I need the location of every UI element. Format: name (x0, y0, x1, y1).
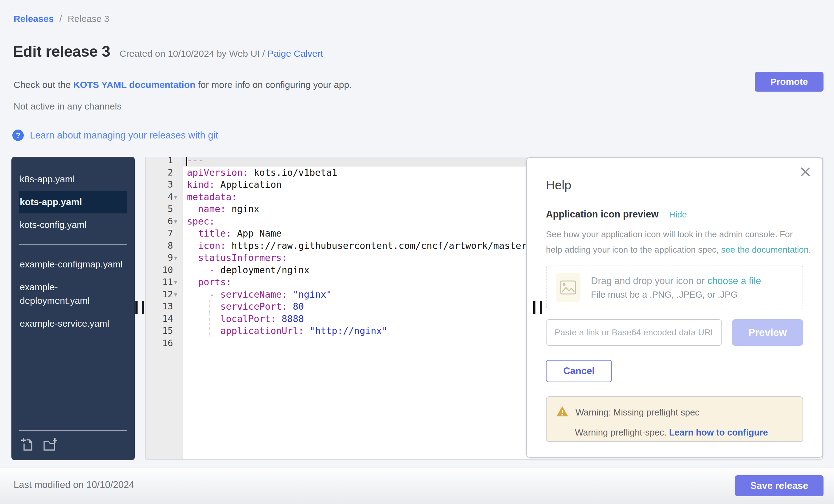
docs-hint: Check out the KOTS YAML documentation fo… (14, 80, 352, 90)
help-resize-handle-right-bar[interactable] (540, 301, 542, 314)
fold-arrow-icon[interactable]: ▾ (174, 215, 177, 228)
image-placeholder-icon (556, 273, 580, 302)
created-text: Created on 10/10/2024 by Web UI / (119, 48, 267, 59)
icon-preview-description: See how your application icon will look … (546, 227, 811, 258)
footer-bar: Last modified on 10/10/2024 Save release (0, 467, 834, 504)
file-tree-sidebar: k8s-app.yamlkots-app.yamlkots-config.yam… (12, 157, 135, 460)
line-number: 1 (146, 157, 183, 167)
fold-arrow-icon[interactable]: ▾ (174, 288, 177, 301)
breadcrumb-current: Release 3 (68, 14, 109, 24)
warning-detail-text: Warning preflight-spec. (575, 428, 669, 437)
fold-arrow-icon[interactable]: ▾ (174, 191, 177, 203)
fold-arrow-icon[interactable]: ▾ (174, 252, 177, 264)
line-number: 3 (146, 179, 183, 191)
text-cursor (186, 157, 187, 166)
preview-button[interactable]: Preview (732, 319, 803, 346)
channel-status: Not active in any channels (14, 101, 122, 112)
created-by-link[interactable]: Paige Calvert (267, 48, 323, 59)
icon-preview-section-header: Application icon preview Hide (546, 209, 803, 220)
breadcrumb: Releases / Release 3 (14, 14, 109, 24)
breadcrumb-releases-link[interactable]: Releases (14, 14, 54, 24)
choose-file-link[interactable]: choose a file (707, 276, 761, 286)
indent-guide (209, 301, 210, 313)
git-releases-link[interactable]: Learn about managing your releases with … (30, 130, 218, 141)
add-folder-icon (42, 447, 58, 452)
docs-hint-post: for more info on configuring your app. (196, 80, 352, 90)
line-number: 14 (146, 313, 183, 325)
add-file-icon (20, 447, 34, 452)
icon-url-input[interactable] (546, 319, 722, 346)
sidebar-footer (12, 430, 135, 460)
save-release-button[interactable]: Save release (735, 475, 824, 496)
dropzone-text: Drag and drop your icon or choose a file… (591, 276, 761, 300)
sidebar-resize-handle-left-bar[interactable] (135, 301, 137, 314)
description-suffix: . (808, 245, 811, 255)
file-list: k8s-app.yamlkots-app.yamlkots-config.yam… (12, 157, 135, 335)
dropzone-file-types: File must be a .PNG, .JPEG, or .JPG (591, 290, 761, 300)
see-documentation-link[interactable]: see the documentation (721, 245, 808, 255)
cancel-button[interactable]: Cancel (546, 360, 612, 382)
warning-detail: Warning preflight-spec. Learn how to con… (575, 428, 793, 438)
icon-link-row: Preview (546, 319, 803, 346)
line-number: 15 (146, 325, 183, 337)
created-info: Created on 10/10/2024 by Web UI / Paige … (119, 48, 323, 59)
close-icon (800, 173, 811, 178)
warning-title: Warning: Missing preflight spec (575, 408, 700, 418)
file-tree-item-k8s-app.yaml[interactable]: k8s-app.yaml (19, 168, 127, 191)
file-tree-item-kots-app.yaml[interactable]: kots-app.yaml (19, 191, 127, 214)
line-number: 2 (146, 167, 183, 179)
sidebar-resize-handle-right-bar[interactable] (142, 301, 144, 314)
hide-link[interactable]: Hide (669, 210, 687, 220)
line-number: 16 (146, 337, 183, 349)
file-tree-item-example-deployment.yaml[interactable]: example-deployment.yaml (19, 276, 127, 312)
indent-guide (209, 313, 210, 325)
indent-guide (209, 325, 210, 337)
file-tree-item-kots-config.yaml[interactable]: kots-config.yaml (19, 214, 127, 236)
help-panel-title: Help (546, 178, 803, 192)
page-title: Edit release 3 (13, 43, 110, 61)
file-list-divider (19, 244, 127, 245)
line-number: 7 (146, 227, 183, 240)
learn-how-to-configure-link[interactable]: Learn how to configure (669, 428, 768, 437)
kots-yaml-docs-link[interactable]: KOTS YAML documentation (73, 80, 195, 90)
line-number: 8 (146, 240, 183, 252)
help-resize-handle-left-bar[interactable] (533, 301, 535, 314)
add-file-button[interactable] (20, 437, 34, 452)
close-help-button[interactable] (800, 167, 811, 178)
line-number: 5 (146, 203, 183, 215)
git-help-row: ? Learn about managing your releases wit… (12, 130, 218, 141)
line-number: 10 (146, 264, 183, 276)
question-circle-icon: ? (12, 130, 24, 141)
warning-triangle-icon (556, 406, 569, 419)
file-tree-item-example-configmap.yaml[interactable]: example-configmap.yaml (19, 253, 127, 276)
docs-hint-pre: Check out the (14, 80, 73, 90)
icon-dropzone[interactable]: Drag and drop your icon or choose a file… (546, 266, 803, 309)
file-tree-item-example-service.yaml[interactable]: example-service.yaml (19, 312, 127, 335)
help-panel: Help Application icon preview Hide See h… (526, 157, 823, 458)
breadcrumb-separator: / (59, 14, 62, 24)
dropzone-label: Drag and drop your icon or (591, 276, 707, 286)
title-row: Edit release 3 Created on 10/10/2024 by … (13, 43, 323, 61)
add-folder-button[interactable] (42, 437, 58, 452)
fold-arrow-icon[interactable]: ▾ (174, 276, 177, 288)
last-modified-text: Last modified on 10/10/2024 (14, 479, 134, 490)
icon-preview-title: Application icon preview (546, 209, 659, 220)
promote-button[interactable]: Promote (755, 72, 824, 92)
preflight-warning-box: Warning: Missing preflight spec Warning … (546, 396, 803, 442)
line-number: 13 (146, 301, 183, 313)
